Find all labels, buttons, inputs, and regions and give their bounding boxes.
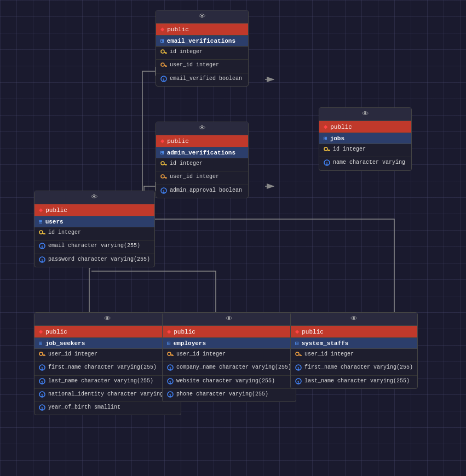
conn-emp-users <box>91 271 216 312</box>
table-field: ilast_name character varying(255) <box>291 376 417 388</box>
info-icon: i <box>324 159 330 168</box>
svg-point-70 <box>296 352 299 355</box>
eye-icon: 👁 <box>199 124 206 133</box>
info-icon: i <box>167 364 174 373</box>
table-name-label: jobs <box>330 135 344 142</box>
table-grid-icon: ⊞ <box>160 37 164 44</box>
field-text: phone character varying(255) <box>176 391 268 398</box>
schema-label: public <box>302 329 324 335</box>
table-grid-icon: ⊞ <box>160 149 164 156</box>
fk-key-icon <box>160 62 167 71</box>
svg-text:i: i <box>326 161 329 166</box>
schema-row: ◆public <box>156 135 248 147</box>
schema-row: ◆public <box>156 24 248 36</box>
table-eye-row: 👁 <box>34 313 181 326</box>
svg-text:i: i <box>41 406 44 411</box>
field-text: email character varying(255) <box>48 242 140 249</box>
table-eye-row: 👁 <box>319 108 411 121</box>
table-name-row: ⊞employers <box>163 338 296 349</box>
schema-label: public <box>174 329 195 335</box>
svg-point-40 <box>39 231 43 234</box>
table-field: id integer <box>34 227 154 240</box>
table-name-row: ⊞job_seekers <box>34 338 181 349</box>
schema-icon: ◆ <box>167 328 171 336</box>
field-text: first_name character varying(255) <box>304 364 413 371</box>
svg-text:i: i <box>297 366 300 371</box>
svg-text:i: i <box>169 392 172 397</box>
svg-text:i: i <box>41 257 44 262</box>
field-text: user_id integer <box>170 173 219 180</box>
svg-point-48 <box>39 352 43 355</box>
fk-key-icon <box>295 351 302 360</box>
schema-row: ◆public <box>34 326 181 338</box>
table-field: ifirst_name character varying(255) <box>34 362 181 375</box>
svg-text:i: i <box>41 392 44 397</box>
table-field: ipassword character varying(255) <box>34 254 154 267</box>
table-field: user_id integer <box>34 349 181 362</box>
svg-text:i: i <box>41 366 44 371</box>
schema-label: public <box>167 138 189 145</box>
field-text: user_id integer <box>48 351 97 358</box>
field-text: email_verified boolean <box>170 75 242 82</box>
conn-ss-users <box>144 219 394 312</box>
field-text: user_id integer <box>170 61 219 68</box>
eye-icon: 👁 <box>226 315 233 323</box>
schema-label: public <box>45 329 67 335</box>
svg-point-30 <box>161 162 164 165</box>
key-icon <box>39 230 45 238</box>
field-text: id integer <box>170 160 203 167</box>
svg-text:i: i <box>41 379 44 384</box>
table-name-label: job_seekers <box>45 340 85 347</box>
field-text: year_of_birth smallint <box>48 404 120 411</box>
schema-label: public <box>330 124 352 130</box>
table-field: user_id integer <box>156 171 248 185</box>
eye-icon: 👁 <box>362 110 369 118</box>
field-text: user_id integer <box>304 351 354 358</box>
svg-text:i: i <box>41 244 44 249</box>
table-employers: 👁◆public⊞employersuser_id integericompan… <box>162 312 296 402</box>
eye-icon: 👁 <box>350 315 358 323</box>
table-jobs: 👁◆public⊞jobsid integeriname character v… <box>319 107 412 171</box>
table-name-label: email_verifications <box>167 38 235 44</box>
svg-text:i: i <box>297 379 300 384</box>
info-icon: i <box>160 187 167 196</box>
field-text: national_identity character varying(50) <box>48 391 176 398</box>
table-job_seekers: 👁◆public⊞job_seekersuser_id integerifirs… <box>34 312 181 415</box>
field-text: name character varying <box>333 159 405 166</box>
table-field: id integer <box>156 158 248 171</box>
table-field: id integer <box>319 144 411 157</box>
schema-row: ◆public <box>163 326 296 338</box>
key-icon <box>160 49 167 58</box>
table-name-row: ⊞users <box>34 216 154 227</box>
table-grid-icon: ⊞ <box>324 135 327 142</box>
table-field: icompany_name character varying(255) <box>163 362 296 375</box>
table-eye-row: 👁 <box>291 313 417 326</box>
field-text: first_name character varying(255) <box>48 364 157 371</box>
table-field: iyear_of_birth smallint <box>34 402 181 415</box>
field-text: company_name character varying(255) <box>176 364 291 371</box>
info-icon: i <box>39 256 45 265</box>
eye-icon: 👁 <box>104 315 111 323</box>
schema-row: ◆public <box>34 204 154 216</box>
table-grid-icon: ⊞ <box>295 340 299 347</box>
info-icon: i <box>39 364 45 373</box>
info-icon: i <box>39 378 45 387</box>
table-name-row: ⊞jobs <box>319 133 411 144</box>
schema-label: public <box>45 207 67 214</box>
info-icon: i <box>39 404 45 413</box>
info-icon: i <box>160 76 167 84</box>
svg-text:i: i <box>169 366 172 371</box>
key-icon <box>160 160 167 169</box>
table-name-label: employers <box>174 340 206 347</box>
table-eye-row: 👁 <box>34 191 154 204</box>
table-field: user_id integer <box>291 349 417 362</box>
svg-text:i: i <box>169 379 172 384</box>
eye-icon: 👁 <box>199 13 206 21</box>
table-field: iphone character varying(255) <box>163 389 296 402</box>
fk-key-icon <box>160 174 167 182</box>
info-icon: i <box>39 391 45 400</box>
schema-row: ◆public <box>319 121 411 133</box>
svg-text:i: i <box>163 188 165 193</box>
table-field: inational_identity character varying(50) <box>34 389 181 402</box>
table-users: 👁◆public⊞usersid integeriemail character… <box>34 191 155 267</box>
